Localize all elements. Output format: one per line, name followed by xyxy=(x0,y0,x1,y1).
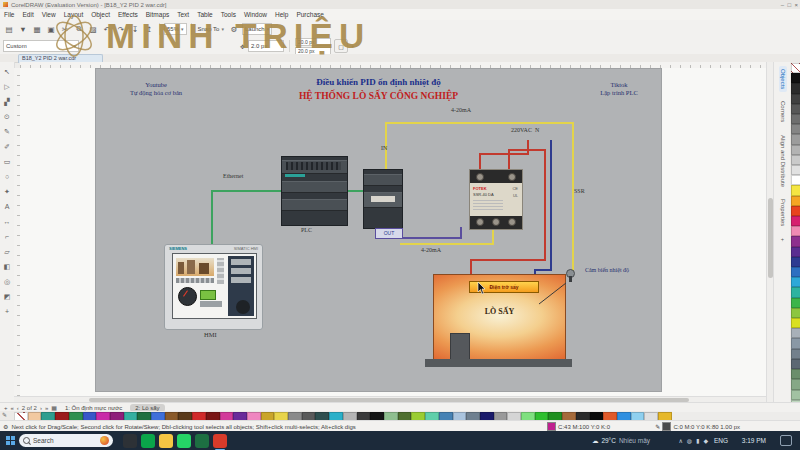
oven[interactable]: Điện trở sấy LÒ SẤY xyxy=(433,274,566,361)
dimension-tool-icon[interactable]: ↔ xyxy=(1,214,13,229)
connector-tool-icon[interactable]: ⌐ xyxy=(1,229,13,244)
prev-page-button[interactable]: ‹ xyxy=(17,405,19,411)
color-swatch[interactable] xyxy=(791,196,800,206)
paste-icon[interactable]: ▨ xyxy=(87,23,99,35)
menu-item[interactable]: Tools xyxy=(217,11,240,18)
language-indicator[interactable]: ENG xyxy=(714,437,728,444)
open-icon[interactable]: ▼ xyxy=(17,23,29,35)
color-swatch[interactable] xyxy=(791,277,800,287)
color-swatch[interactable] xyxy=(791,104,800,114)
mic-icon[interactable]: ▮ xyxy=(696,437,699,444)
color-swatch[interactable] xyxy=(791,73,800,83)
palette-eyedropper-icon[interactable]: ✎ xyxy=(2,411,7,418)
add-tool-icon[interactable]: + xyxy=(1,304,13,319)
close-button[interactable]: × xyxy=(794,2,798,8)
shape-tool-icon[interactable]: ▷ xyxy=(1,79,13,94)
minimize-button[interactable]: – xyxy=(781,2,784,8)
menu-item[interactable]: File xyxy=(0,11,18,18)
weather-widget[interactable]: ☁ 29°C Nhiều mây xyxy=(592,437,650,445)
converter-module[interactable] xyxy=(363,169,403,229)
color-swatch[interactable] xyxy=(791,267,800,277)
color-swatch[interactable] xyxy=(791,226,800,236)
color-swatch[interactable] xyxy=(791,247,800,257)
color-swatch[interactable] xyxy=(791,94,800,104)
menu-item[interactable]: Object xyxy=(87,11,114,18)
menu-item[interactable]: Effects xyxy=(114,11,142,18)
color-swatch[interactable] xyxy=(791,124,800,134)
next-page-button[interactable]: › xyxy=(40,405,42,411)
menu-item[interactable]: Bitmaps xyxy=(142,11,173,18)
color-swatch[interactable] xyxy=(791,155,800,165)
color-swatch[interactable] xyxy=(791,134,800,144)
nudge-distance-input[interactable]: 2.0 px xyxy=(248,40,284,52)
polygon-tool-icon[interactable]: ✦ xyxy=(1,184,13,199)
treat-as-filled-icon[interactable]: ▢ xyxy=(334,39,348,53)
interactive-fill-tool-icon[interactable]: ◩ xyxy=(1,289,13,304)
outline-color-swatch[interactable] xyxy=(662,422,671,431)
clock[interactable]: 3:19 PM xyxy=(742,437,766,444)
app-coreldraw[interactable] xyxy=(213,434,227,448)
color-swatch[interactable] xyxy=(791,63,800,73)
ellipse-tool-icon[interactable]: ○ xyxy=(1,169,13,184)
color-swatch[interactable] xyxy=(791,369,800,379)
freehand-tool-icon[interactable]: ✎ xyxy=(1,124,13,139)
network-icon[interactable]: ◆ xyxy=(703,437,708,444)
import-icon[interactable]: ↧ xyxy=(129,23,141,35)
pick-tool-icon[interactable]: ↖ xyxy=(1,64,13,79)
launch-dropdown[interactable]: Launch▾ xyxy=(242,23,272,35)
maximize-button[interactable]: □ xyxy=(787,2,791,8)
app-zalo[interactable] xyxy=(141,434,155,448)
shadow-tool-icon[interactable]: ▱ xyxy=(1,244,13,259)
last-page-button[interactable]: » xyxy=(45,405,48,411)
eyedropper-tool-icon[interactable]: ◎ xyxy=(1,274,13,289)
menu-item[interactable]: View xyxy=(38,11,60,18)
page-grid-icon[interactable]: ▦ xyxy=(51,404,57,411)
add-page-button[interactable]: + xyxy=(4,405,8,411)
docker-tab-properties[interactable]: Properties xyxy=(779,196,787,229)
color-swatch[interactable] xyxy=(791,308,800,318)
save-icon[interactable]: ▦ xyxy=(31,23,43,35)
color-swatch[interactable] xyxy=(791,338,800,348)
docker-tab-objects[interactable]: Objects xyxy=(779,66,787,92)
snap-to-dropdown[interactable]: Snap To▾ xyxy=(196,24,226,34)
transparency-tool-icon[interactable]: ◧ xyxy=(1,259,13,274)
color-swatch[interactable] xyxy=(791,328,800,338)
color-swatch[interactable] xyxy=(791,379,800,389)
color-swatch[interactable] xyxy=(791,257,800,267)
chevron-up-icon[interactable]: ∧ xyxy=(678,437,682,444)
color-swatch[interactable] xyxy=(791,185,800,195)
color-swatch[interactable] xyxy=(791,236,800,246)
copy-icon[interactable]: ⧉ xyxy=(73,23,85,35)
plc-module[interactable] xyxy=(281,156,348,226)
options-gear-icon[interactable]: ⚙ xyxy=(228,23,240,35)
page-preset-select[interactable]: Custom▾ xyxy=(3,40,79,52)
new-document-icon[interactable]: ▤ xyxy=(3,23,15,35)
crop-tool-icon[interactable]: ▞ xyxy=(1,94,13,109)
search-box[interactable]: Search xyxy=(19,434,113,447)
color-swatch[interactable] xyxy=(791,165,800,175)
color-swatch[interactable] xyxy=(791,83,800,93)
status-gear-icon[interactable]: ⚙ xyxy=(3,423,8,430)
color-swatch[interactable] xyxy=(791,359,800,369)
app-whatsapp[interactable] xyxy=(177,434,191,448)
docker-tab-corners[interactable]: Corners xyxy=(779,98,787,125)
menu-item[interactable]: Text xyxy=(173,11,193,18)
export-icon[interactable]: ↥ xyxy=(143,23,155,35)
color-swatch[interactable] xyxy=(791,114,800,124)
ssr-relay[interactable]: FOTEK SSR-40 DA CE UL xyxy=(469,169,523,230)
color-swatch[interactable] xyxy=(791,298,800,308)
menu-item[interactable]: Table xyxy=(193,11,217,18)
cut-icon[interactable]: ✂ xyxy=(59,23,71,35)
drawing-canvas[interactable]: Điều khiển PID ổn định nhiệt độ HỆ THỐNG… xyxy=(20,68,766,396)
zoom-level-select[interactable]: 55%▾ xyxy=(164,23,187,35)
menu-item[interactable]: Purchase xyxy=(292,11,327,18)
zoom-tool-icon[interactable]: ⊙ xyxy=(1,109,13,124)
app-excel[interactable] xyxy=(195,434,209,448)
color-swatch[interactable] xyxy=(791,216,800,226)
diagram-background[interactable]: Điều khiển PID ổn định nhiệt độ HỆ THỐNG… xyxy=(95,68,662,392)
shield-icon[interactable]: ◍ xyxy=(687,437,692,444)
docker-tab-align[interactable]: Align and Distribute xyxy=(779,132,787,190)
redo-icon[interactable]: ↷ xyxy=(115,23,127,35)
menu-item[interactable]: Edit xyxy=(18,11,37,18)
color-swatch[interactable] xyxy=(791,287,800,297)
